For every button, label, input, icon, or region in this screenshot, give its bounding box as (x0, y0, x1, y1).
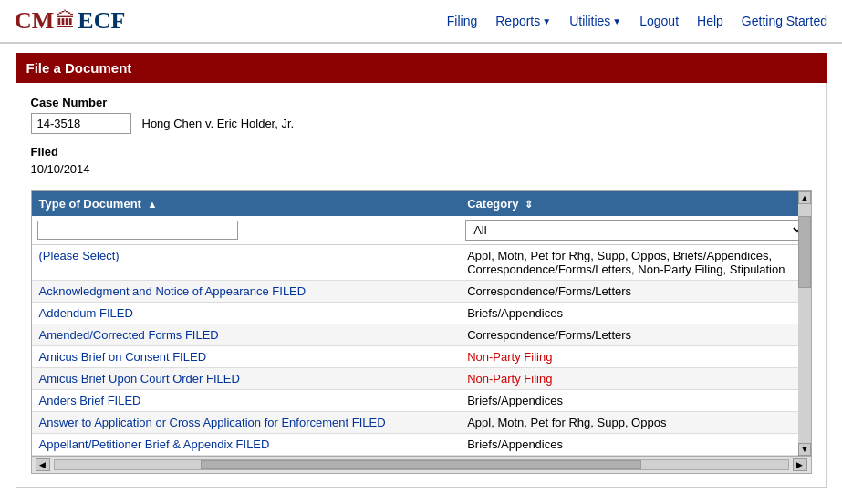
nav-logout[interactable]: Logout (639, 14, 679, 28)
doc-category-cell: Briefs/Appendices (460, 390, 810, 412)
right-scrollbar[interactable]: ▲ ▼ (798, 191, 811, 456)
doc-type-cell: Addendum FILED (32, 303, 461, 324)
col-type-header[interactable]: Type of Document ▲ (32, 191, 461, 216)
doc-type-cell: Amended/Corrected Forms FILED (32, 324, 461, 346)
category-select-wrapper: All (465, 220, 805, 241)
filter-row: All (32, 216, 811, 245)
scroll-track (54, 459, 789, 470)
doc-type-cell: Anders Brief FILED (32, 390, 461, 412)
table-wrapper: Type of Document ▲ Category ⇕ (32, 191, 811, 456)
main-content: File a Document Case Number Hong Chen v.… (16, 53, 827, 488)
case-number-input[interactable] (31, 113, 131, 134)
doc-category-cell: Appl, Motn, Pet for Rhg, Supp, Oppos, Br… (460, 245, 810, 281)
nav-filing[interactable]: Filing (447, 14, 477, 28)
scroll-left-button[interactable]: ◀ (36, 458, 50, 471)
doc-type-cell: Answer to Application or Cross Applicati… (32, 412, 461, 434)
doc-type-link[interactable]: Amicus Brief on Consent FILED (39, 350, 207, 364)
col-category-header[interactable]: Category ⇕ (460, 191, 810, 216)
type-filter-cell (32, 216, 461, 245)
case-name: Hong Chen v. Eric Holder, Jr. (142, 117, 295, 130)
table-row: Answer to Application or Cross Applicati… (32, 412, 811, 434)
nav-reports[interactable]: Reports ▼ (495, 14, 551, 28)
nav-help[interactable]: Help (697, 14, 723, 28)
scroll-right-button[interactable]: ▶ (793, 458, 807, 471)
document-table: Type of Document ▲ Category ⇕ (32, 191, 811, 456)
doc-category-cell: Correspondence/Forms/Letters (460, 281, 810, 303)
doc-type-cell: Appellant/Petitioner Brief & Appendix FI… (32, 434, 461, 456)
main-nav: Filing Reports ▼ Utilities ▼ Logout Help… (447, 14, 827, 28)
header: CM 🏛 ECF Filing Reports ▼ Utilities ▼ Lo… (0, 0, 842, 44)
doc-type-link[interactable]: Answer to Application or Cross Applicati… (39, 416, 386, 429)
doc-type-link[interactable]: Amended/Corrected Forms FILED (39, 328, 219, 342)
doc-type-link[interactable]: (Please Select) (39, 249, 120, 262)
table-row: Amended/Corrected Forms FILEDCorresponde… (32, 324, 811, 346)
filed-date: 10/10/2014 (31, 162, 812, 176)
nav-getting-started[interactable]: Getting Started (742, 14, 827, 28)
table-row: Addendum FILEDBriefs/Appendices (32, 303, 811, 324)
doc-type-link[interactable]: Amicus Brief Upon Court Order FILED (39, 372, 240, 386)
doc-type-link[interactable]: Appellant/Petitioner Brief & Appendix FI… (39, 437, 270, 451)
logo: CM 🏛 ECF (15, 7, 125, 35)
logo-ecf: ECF (78, 7, 125, 35)
doc-category-cell: Non-Party Filing (460, 346, 810, 368)
table-row: Amicus Brief on Consent FILEDNon-Party F… (32, 346, 811, 368)
logo-cm: CM (15, 7, 54, 35)
doc-category-link[interactable]: Non-Party Filing (467, 350, 552, 364)
filed-section: Filed 10/10/2014 (31, 145, 812, 176)
table-row: Amicus Brief Upon Court Order FILEDNon-P… (32, 368, 811, 390)
doc-category-cell: Briefs/Appendices (460, 303, 810, 324)
doc-type-link[interactable]: Anders Brief FILED (39, 394, 141, 407)
doc-type-link[interactable]: Acknowledgment and Notice of Appearance … (39, 284, 307, 298)
category-select[interactable]: All (465, 220, 805, 241)
case-number-row: Hong Chen v. Eric Holder, Jr. (31, 113, 812, 134)
logo-icon: 🏛 (56, 9, 76, 33)
doc-category-cell: Non-Party Filing (460, 368, 810, 390)
doc-type-cell: Amicus Brief Upon Court Order FILED (32, 368, 461, 390)
col1-sort-icon: ▲ (148, 199, 158, 210)
right-scroll-thumb (798, 216, 811, 288)
scroll-up-button[interactable]: ▲ (798, 191, 811, 204)
category-filter-cell: All (460, 216, 810, 245)
type-search-input[interactable] (37, 221, 238, 240)
content-area: Case Number Hong Chen v. Eric Holder, Jr… (16, 83, 827, 488)
horizontal-scrollbar: ◀ ▶ (32, 456, 811, 473)
nav-utilities[interactable]: Utilities ▼ (569, 14, 621, 28)
reports-dropdown-icon: ▼ (542, 16, 551, 26)
utilities-dropdown-icon: ▼ (612, 16, 621, 26)
table-header-row: Type of Document ▲ Category ⇕ (32, 191, 811, 216)
right-scroll-track (798, 204, 811, 443)
scroll-down-button[interactable]: ▼ (798, 443, 811, 456)
doc-category-cell: Appl, Motn, Pet for Rhg, Supp, Oppos (460, 412, 810, 434)
scroll-thumb (201, 460, 640, 469)
case-number-label: Case Number (31, 96, 812, 109)
table-row: (Please Select)Appl, Motn, Pet for Rhg, … (32, 245, 811, 281)
doc-type-cell: Amicus Brief on Consent FILED (32, 346, 461, 368)
col2-sort-icon: ⇕ (525, 199, 533, 210)
page-title: File a Document (16, 53, 827, 83)
table-row: Acknowledgment and Notice of Appearance … (32, 281, 811, 303)
doc-category-cell: Briefs/Appendices (460, 434, 810, 456)
doc-type-cell: Acknowledgment and Notice of Appearance … (32, 281, 461, 303)
document-table-container: Type of Document ▲ Category ⇕ (31, 190, 812, 474)
table-row: Appellant/Petitioner Brief & Appendix FI… (32, 434, 811, 456)
doc-type-cell: (Please Select) (32, 245, 461, 281)
table-row: Anders Brief FILEDBriefs/Appendices (32, 390, 811, 412)
doc-category-cell: Correspondence/Forms/Letters (460, 324, 810, 346)
doc-type-link[interactable]: Addendum FILED (39, 306, 133, 320)
document-table-body: (Please Select)Appl, Motn, Pet for Rhg, … (32, 245, 811, 456)
filed-label: Filed (31, 145, 812, 159)
doc-category-link[interactable]: Non-Party Filing (467, 372, 552, 386)
